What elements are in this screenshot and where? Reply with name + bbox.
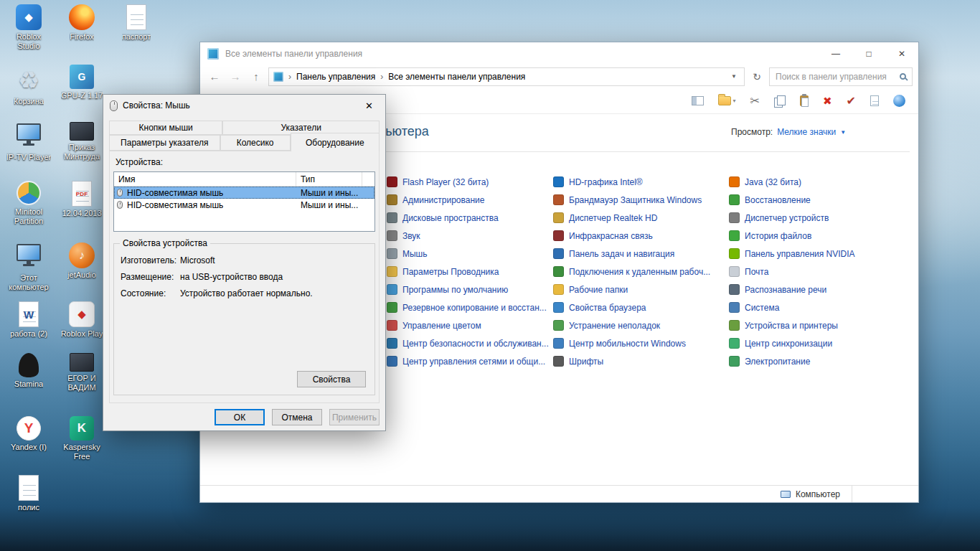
control-panel-item[interactable]: Мышь bbox=[387, 245, 549, 263]
cancel-button[interactable]: Отмена bbox=[272, 409, 322, 425]
desktop-icon-recycle-bin[interactable]: ♻ Корзина bbox=[4, 66, 53, 106]
cut-button[interactable]: ✂ bbox=[750, 94, 760, 108]
control-panel-item[interactable]: Подключения к удаленным рабоч... bbox=[553, 263, 710, 281]
control-panel-item[interactable]: Электропитание bbox=[729, 352, 855, 370]
desktop-icon-roblox-studio[interactable]: ◆ Roblox Studio bbox=[4, 4, 53, 51]
maximize-button[interactable]: □ bbox=[852, 42, 885, 65]
help-button[interactable] bbox=[893, 95, 905, 107]
control-panel-item[interactable]: Рабочие папки bbox=[553, 281, 710, 298]
property-row: Размещение: на USB-устройство ввода bbox=[114, 272, 374, 282]
control-panel-item[interactable]: HD-графика Intel® bbox=[553, 173, 710, 191]
control-panel-item[interactable]: Восстановление bbox=[729, 191, 855, 209]
control-panel-item[interactable]: Flash Player (32 бита) bbox=[387, 173, 549, 191]
device-row[interactable]: HID-совместимая мышь Мыши и ины... bbox=[114, 187, 374, 199]
desktop-icon-egor-i-vadim[interactable]: ЕГОР И ВАДИМ bbox=[57, 353, 106, 392]
control-panel-item[interactable]: Устранение неполадок bbox=[553, 316, 710, 334]
close-button[interactable]: ✕ bbox=[885, 42, 918, 65]
delete-button[interactable]: ✖ bbox=[823, 95, 832, 108]
control-panel-item[interactable]: Диспетчер устройств bbox=[729, 209, 855, 227]
ok-button[interactable]: ОК bbox=[215, 409, 265, 425]
device-properties-button[interactable]: Свойства bbox=[297, 371, 366, 387]
control-panel-item-label: Устранение неполадок bbox=[569, 321, 660, 331]
new-folder-button[interactable]: ▾ bbox=[718, 96, 736, 105]
desktop-icon-pdf-12042013[interactable]: PDF 12.04.2013 bbox=[57, 181, 106, 218]
device-name: HID-совместимая мышь bbox=[127, 188, 223, 198]
reading-pane-button[interactable] bbox=[692, 96, 704, 105]
up-button[interactable]: ↑ bbox=[248, 68, 265, 85]
control-panel-item[interactable]: Панель управления NVIDIA bbox=[729, 245, 855, 263]
desktop-icon-stamina[interactable]: Stamina bbox=[4, 353, 53, 389]
control-panel-item[interactable]: Почта bbox=[729, 263, 855, 281]
control-panel-item[interactable]: Система bbox=[729, 298, 855, 316]
desktop-icon-pasport[interactable]: паспорт bbox=[112, 4, 161, 42]
desktop-icon-polis[interactable]: полис bbox=[4, 475, 53, 512]
desktop-icon-roblox-play[interactable]: ◆ Roblox Play bbox=[57, 301, 106, 339]
monitor-icon bbox=[17, 244, 41, 261]
view-selector[interactable]: Просмотр: Мелкие значки ▼ bbox=[731, 127, 846, 137]
desktop-icon-firefox[interactable]: Firefox bbox=[57, 4, 106, 42]
control-panel-item[interactable]: Центр безопасности и обслуживан... bbox=[387, 334, 549, 352]
column-header-type[interactable]: Тип bbox=[296, 172, 362, 186]
tab-mouse-buttons[interactable]: Кнопки мыши bbox=[109, 121, 222, 135]
window-titlebar[interactable]: Все элементы панели управления — □ ✕ bbox=[200, 42, 918, 65]
control-panel-item[interactable]: Программы по умолчанию bbox=[387, 281, 549, 298]
desktop-icon-yandex[interactable]: Y Yandex (I) bbox=[4, 416, 53, 452]
properties-button[interactable] bbox=[870, 95, 879, 106]
control-panel-item[interactable]: Инфракрасная связь bbox=[553, 227, 710, 245]
control-panel-item[interactable]: Резервное копирование и восстан... bbox=[387, 298, 549, 316]
copy-button[interactable] bbox=[774, 95, 786, 106]
control-panel-item[interactable]: Диспетчер Realtek HD bbox=[553, 209, 710, 227]
desktop-icon-gpu-z[interactable]: G GPU-Z 1.17 bbox=[57, 65, 106, 100]
desktop-icon-rabota[interactable]: W работа (2) bbox=[4, 301, 53, 339]
icon-glyph: ♪ bbox=[79, 249, 85, 262]
paste-button[interactable] bbox=[800, 95, 809, 106]
desktop-icon-label: Minitool Partition bbox=[4, 207, 53, 226]
control-panel-item[interactable]: Брандмауэр Защитника Windows bbox=[553, 191, 710, 209]
desktop-icon-kaspersky-free[interactable]: K Kaspersky Free bbox=[57, 416, 106, 461]
forward-button[interactable]: → bbox=[227, 68, 244, 85]
desktop-icon-this-pc[interactable]: Этот компьютер bbox=[4, 242, 53, 292]
tab-pointer-options[interactable]: Параметры указателя bbox=[109, 135, 220, 151]
caption-buttons: — □ ✕ bbox=[819, 42, 918, 65]
breadcrumb-item-all-items[interactable]: Все элементы панели управления bbox=[388, 72, 525, 82]
control-panel-item[interactable]: Администрирование bbox=[387, 191, 549, 209]
desktop-icon-jetaudio[interactable]: ♪ jetAudio bbox=[57, 242, 106, 280]
control-panel-item[interactable]: Центр синхронизации bbox=[729, 334, 855, 352]
breadcrumb-item-control-panel[interactable]: Панель управления bbox=[296, 72, 375, 82]
tab-hardware[interactable]: Оборудование bbox=[291, 133, 380, 151]
breadcrumb[interactable]: › Панель управления › Все элементы панел… bbox=[268, 67, 745, 86]
apply-button[interactable]: ✔ bbox=[847, 94, 856, 108]
control-panel-item[interactable]: Устройства и принтеры bbox=[729, 316, 855, 334]
desktop-icon-iptv-player[interactable]: IP-TV Player bbox=[4, 122, 53, 162]
view-value[interactable]: Мелкие значки bbox=[777, 127, 836, 137]
icon-glyph: W bbox=[24, 309, 34, 321]
control-panel-item[interactable]: Распознавание речи bbox=[729, 281, 855, 298]
control-panel-item[interactable]: Центр управления сетями и общи... bbox=[387, 352, 549, 370]
control-panel-item[interactable]: Свойства браузера bbox=[553, 298, 710, 316]
control-panel-item[interactable]: История файлов bbox=[729, 227, 855, 245]
search-input[interactable] bbox=[776, 72, 900, 82]
refresh-button[interactable]: ↻ bbox=[748, 68, 765, 85]
control-panel-item[interactable]: Панель задач и навигация bbox=[553, 245, 710, 263]
apply-button[interactable]: Применить bbox=[329, 409, 380, 425]
control-panel-item[interactable]: Шрифты bbox=[553, 352, 710, 370]
tab-wheel[interactable]: Колесико bbox=[220, 135, 291, 151]
desktop-icon-prikaz-mintruda[interactable]: Приказ Минтруда bbox=[57, 122, 106, 161]
desktop-icon-minitool-partition[interactable]: Minitool Partition bbox=[4, 181, 53, 226]
device-row[interactable]: HID-совместимая мышь Мыши и ины... bbox=[114, 199, 374, 211]
search-icon[interactable] bbox=[900, 73, 906, 80]
control-panel-item[interactable]: Параметры Проводника bbox=[387, 263, 549, 281]
column-header-name[interactable]: Имя bbox=[114, 172, 296, 186]
breadcrumb-dropdown-icon[interactable]: ▼ bbox=[728, 73, 740, 80]
dialog-close-button[interactable]: ✕ bbox=[353, 95, 385, 116]
control-panel-item[interactable]: Центр мобильности Windows bbox=[553, 334, 710, 352]
control-panel-item[interactable]: Звук bbox=[387, 227, 549, 245]
control-panel-item-icon bbox=[387, 248, 397, 259]
back-button[interactable]: ← bbox=[206, 68, 223, 85]
control-panel-item[interactable]: Управление цветом bbox=[387, 316, 549, 334]
control-panel-item[interactable]: Дисковые пространства bbox=[387, 209, 549, 227]
minimize-button[interactable]: — bbox=[819, 42, 852, 65]
control-panel-item[interactable]: Java (32 бита) bbox=[729, 173, 855, 191]
dialog-titlebar[interactable]: Свойства: Мышь ✕ bbox=[103, 95, 385, 116]
control-panel-item-label: Панель задач и навигация bbox=[569, 249, 674, 259]
